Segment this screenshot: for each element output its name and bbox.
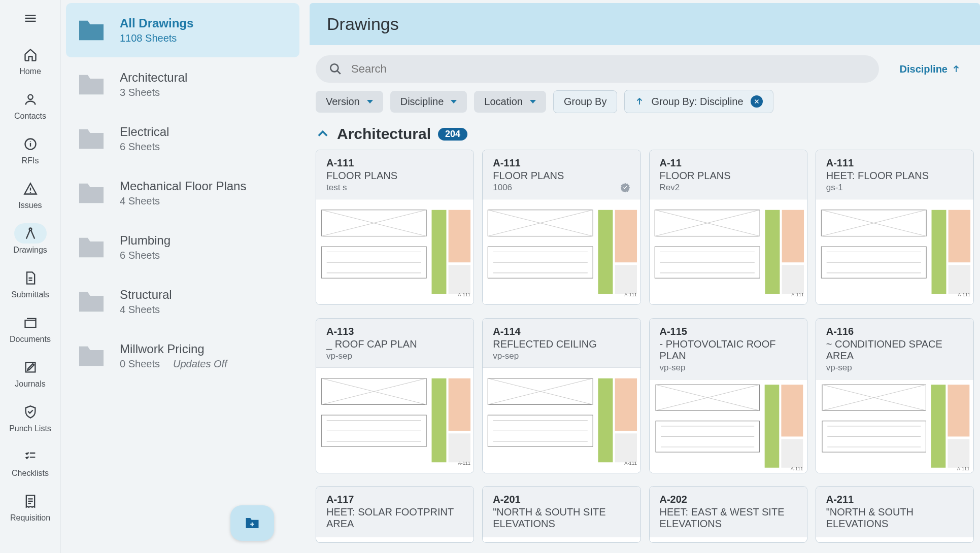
drawing-card[interactable]: A-116 ~ CONDITIONED SPACE AREA vp-sep A-… [816,318,974,473]
svg-rect-96 [931,385,945,468]
card-subtitle: vp-sep [660,363,686,373]
folder-item-all-drawings[interactable]: All Drawings 1108 Sheets [66,3,299,57]
card-title: REFLECTED CEILING [493,338,630,350]
folder-item-structural[interactable]: Structural 4 Sheets [66,274,299,329]
card-thumbnail: A-111 [316,199,474,304]
folder-plus-icon [245,516,260,530]
card-subtitle: vp-sep [826,363,852,373]
nav-label: Submittals [11,290,49,299]
card-subtitle: vp-sep [493,351,519,361]
sort-label-text: Discipline [900,63,948,75]
card-header: A-202 HEET: EAST & WEST SITE ELEVATIONS [650,487,807,537]
chip-group-by-discipline[interactable]: Group By: Discipline [624,90,773,113]
nav-label: Requisition [10,513,50,523]
folder-title: Architectural [120,71,187,85]
nav-label: Contacts [14,112,46,121]
chip-discipline[interactable]: Discipline [390,91,467,113]
card-title: HEET: SOLAR FOOTPRINT AREA [326,506,463,530]
chip-remove-button[interactable] [751,95,763,108]
svg-rect-25 [615,210,637,262]
nav-item-contacts[interactable]: Contacts [0,84,60,126]
nav-item-submittals[interactable]: Submittals [0,263,60,304]
svg-rect-73 [615,378,637,430]
checklist-icon [23,450,38,464]
folder-sub: 0 Sheets [120,358,160,370]
card-number: A-115 [660,326,797,337]
chip-label: Discipline [400,96,444,108]
nav-item-requisition[interactable]: Requisition [0,486,60,528]
svg-rect-14 [449,265,470,294]
drawing-card[interactable]: A-117 HEET: SOLAR FOOTPRINT AREA [316,486,474,543]
nav-item-home[interactable]: Home [0,40,60,81]
search-icon [329,62,342,76]
svg-rect-98 [948,439,969,467]
card-title: "NORTH & SOUTH SITE ELEVATIONS [493,506,630,530]
folder-icon [76,73,107,97]
warning-icon [23,182,38,196]
folder-title: Millwork Pricing [120,342,227,356]
search-input[interactable] [351,62,866,76]
chip-label: Group By: Discipline [651,96,743,108]
card-header: A-201 "NORTH & SOUTH SITE ELEVATIONS [483,487,640,537]
drawing-card[interactable]: A-111 FLOOR PLANS test s A-111 [316,150,474,305]
folder-sidebar: All Drawings 1108 Sheets Architectural 3… [61,0,305,553]
nav-item-checklists[interactable]: Checklists [0,441,60,483]
folder-sub: 1108 Sheets [120,32,193,44]
drawing-card[interactable]: A-113 _ ROOF CAP PLAN vp-sep A-111 [316,318,474,473]
folder-item-millwork[interactable]: Millwork Pricing 0 Sheets Updates Off [66,329,299,383]
drawing-card[interactable]: A-115 - PHOTOVOLTAIC ROOF PLAN vp-sep A-… [649,318,807,473]
card-number: A-117 [326,494,463,505]
card-subtitle: Rev2 [660,183,680,193]
drawing-card[interactable]: A-202 HEET: EAST & WEST SITE ELEVATIONS [649,486,807,543]
nav-item-rfis[interactable]: RFIs [0,129,60,170]
compass-icon [23,226,38,240]
drawing-card[interactable]: A-211 "NORTH & SOUTH ELEVATIONS [816,486,974,543]
svg-rect-60 [432,378,447,462]
folder-item-mechanical[interactable]: Mechanical Floor Plans 4 Sheets [66,166,299,220]
nav-item-punch-lists[interactable]: Punch Lists [0,397,60,438]
svg-rect-84 [764,385,779,468]
chip-location[interactable]: Location [474,91,546,113]
chip-group-by[interactable]: Group By [553,90,617,113]
add-folder-button[interactable] [230,505,274,541]
card-thumbnail: A-111 [650,199,807,304]
drawing-card[interactable]: A-201 "NORTH & SOUTH SITE ELEVATIONS [482,486,640,543]
chip-label: Location [484,96,523,108]
hamburger-button[interactable] [21,9,40,27]
drawing-card[interactable]: A-114 REFLECTED CEILING vp-sep A-111 [482,318,640,473]
sort-button[interactable]: Discipline [900,63,961,75]
card-title: HEET: EAST & WEST SITE ELEVATIONS [660,506,797,530]
drawing-card[interactable]: A-111 HEET: FLOOR PLANS gs-1 A-111 [816,150,974,305]
group-title: Architectural [337,125,431,143]
drawing-card[interactable]: A-111 FLOOR PLANS 1006 A-111 [482,150,640,305]
chevron-down-icon [367,100,373,103]
search-box[interactable] [316,55,879,83]
chevron-down-icon [451,100,457,103]
nav-item-documents[interactable]: Documents [0,307,60,349]
folder-item-plumbing[interactable]: Plumbing 6 Sheets [66,220,299,274]
nav-label: Journals [15,379,45,389]
folder-item-architectural[interactable]: Architectural 3 Sheets [66,57,299,112]
svg-rect-37 [782,210,803,262]
nav-item-drawings[interactable]: Drawings [0,218,60,260]
chevron-up-icon[interactable] [316,127,330,141]
chip-label: Group By [564,96,606,108]
card-title: FLOOR PLANS [326,170,463,182]
drawing-card[interactable]: A-11 FLOOR PLANS Rev2 A-111 [649,150,807,305]
svg-rect-36 [765,210,780,294]
svg-rect-48 [931,210,946,294]
main-header: Drawings [310,3,980,45]
card-title: FLOOR PLANS [493,170,630,182]
person-icon [23,92,38,107]
page-title: Drawings [327,14,963,34]
nav-label: Drawings [13,246,47,255]
card-header: A-211 "NORTH & SOUTH ELEVATIONS [816,487,973,537]
chip-version[interactable]: Version [316,91,383,113]
nav-item-issues[interactable]: Issues [0,174,60,215]
nav-label: Home [19,67,41,76]
verified-icon [620,183,630,193]
folder-item-electrical[interactable]: Electrical 6 Sheets [66,112,299,166]
chip-label: Version [326,96,360,108]
card-thumbnail: A-111 [483,199,640,304]
nav-item-journals[interactable]: Journals [0,352,60,394]
